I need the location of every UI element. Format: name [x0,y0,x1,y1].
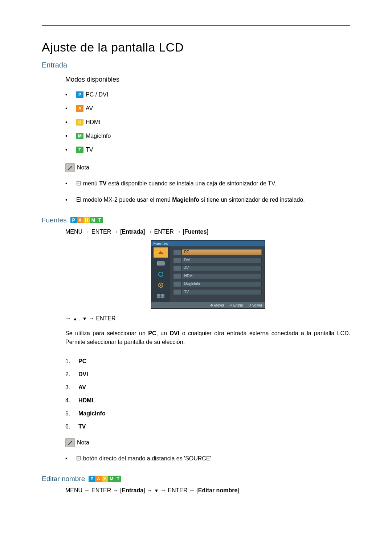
osd-stub [173,273,181,279]
nav-line: → ▲ , ▼ → ENTER [65,315,350,322]
badge-t-icon: T [97,217,103,223]
osd-row-av: AV [173,264,262,272]
nota-item: El botón directo del mando a distancia e… [65,451,350,467]
osd-row-tv: TV [173,288,262,296]
mode-label: AV [86,105,93,112]
mode-item-av: A AV [65,102,350,115]
fuentes-list-item: PC [65,355,350,368]
osd-footer-mover: ✥ Mover [210,303,224,307]
nota-label: Nota [77,164,89,171]
nota-item: El modelo MX-2 puede usar el menú MagicI… [65,192,350,208]
mode-label: MagicInfo [86,133,111,139]
fuentes-block: MENU → ENTER → [Entrada] → ENTER → [Fuen… [65,229,350,467]
nota-row: Nota [65,163,350,172]
svg-rect-6 [157,296,160,298]
osd-bar: PC [182,249,262,255]
badge-a-icon: A [77,217,83,223]
osd-side-input-icon [154,247,168,258]
top-divider [42,25,350,26]
osd-side-multi-icon [154,291,168,301]
editar-heading: Editar nombre [42,475,85,483]
page: Ajuste de la pantalla LCD Entrada Modos … [0,0,392,554]
osd-bar: TV [182,289,262,295]
editar-heading-row: Editar nombre P A H M T [42,475,350,483]
fuentes-list-item: TV [65,420,350,433]
fuentes-list: PC DVI AV HDMI MagicInfo TV [65,355,350,433]
mode-label: PC / DVI [86,91,108,98]
svg-point-3 [160,284,162,286]
modos-heading: Modos disponibles [65,76,350,83]
badge-h-icon: H [102,476,108,482]
fuentes-heading: Fuentes [42,216,67,224]
fuentes-heading-row: Fuentes P A H M T [42,216,350,224]
osd-bar: MagicInfo [182,281,262,287]
nota-list: El menú TV está disponible cuando se ins… [65,176,350,208]
mode-item-tv: T TV [65,143,350,157]
badge-t-icon: T [76,147,83,153]
osd-stub [173,289,181,295]
osd-footer-entrar: ↵ Entrar [229,303,243,307]
badge-p-icon: P [76,91,83,98]
osd-screenshot: Fuentes [65,240,350,309]
fuentes-description: Se utiliza para seleccionar un PC, un DV… [65,329,350,347]
osd-stub [173,257,181,263]
osd-row-dvi: DVI [173,257,262,264]
osd-bar: HDMI [182,273,262,279]
fuentes-menu-path: MENU → ENTER → [Entrada] → ENTER → [Fuen… [65,229,350,235]
osd-stub [173,265,181,271]
modes-list: P PC / DVI A AV H HDMI M MagicInfo T TV [65,88,350,157]
osd-row-magicinfo: MagicInfo [173,280,262,288]
osd-stub [173,249,181,255]
badge-h-icon: H [83,217,90,223]
entrada-block: Modos disponibles P PC / DVI A AV H HDMI… [65,76,350,208]
editar-block: MENU → ENTER → [Entrada] → ▼ → ENTER → [… [65,487,350,494]
fuentes-list-item: MagicInfo [65,407,350,420]
nota-item: El menú TV está disponible cuando se ins… [65,176,350,192]
osd-side-picture-icon [154,258,168,268]
page-title: Ajuste de la pantalla LCD [42,40,350,54]
osd-footer: ✥ Mover ↵ Entrar ↺ Volver [151,302,265,308]
entrada-heading: Entrada [42,61,350,69]
badge-m-icon: M [90,217,97,223]
mode-item-pc-dvi: P PC / DVI [65,88,350,102]
svg-rect-4 [157,294,160,296]
osd-bar: AV [182,265,262,271]
badge-h-icon: H [76,119,83,126]
mode-item-hdmi: H HDMI [65,115,350,129]
nota-text: El modelo MX-2 puede usar el menú MagicI… [76,196,305,205]
osd-panel: Fuentes [151,240,265,309]
badge-a-icon: A [95,476,102,482]
badge-a-icon: A [76,105,83,112]
fuentes-badges: P A H M T [70,217,103,223]
badge-t-icon: T [115,476,121,482]
note-icon [65,438,75,447]
osd-side-sound-icon [154,269,168,279]
osd-title: Fuentes [151,241,265,246]
editar-menu-path: MENU → ENTER → [Entrada] → ▼ → ENTER → [… [65,487,350,494]
badge-p-icon: P [89,476,95,482]
osd-row-hdmi: HDMI [173,272,262,280]
nota-text: El botón directo del mando a distancia e… [76,454,213,463]
nota-text: El menú TV está disponible cuando se ins… [76,179,276,188]
svg-rect-0 [157,262,164,265]
nota-row-2: Nota [65,438,350,447]
mode-item-magicinfo: M MagicInfo [65,129,350,143]
editar-badges: P A H M T [89,476,121,482]
fuentes-list-item: DVI [65,368,350,381]
svg-rect-5 [161,294,164,296]
osd-bar: DVI [182,257,262,263]
osd-stub [173,281,181,287]
note-icon [65,163,75,172]
fuentes-list-item: HDMI [65,394,350,407]
mode-label: HDMI [86,119,101,126]
osd-footer-volver: ↺ Volver [248,303,262,307]
osd-row-pc: PC [173,249,262,256]
osd-sidebar [151,246,170,302]
svg-point-1 [159,272,163,276]
osd-main: PC DVI AV HDMI MagicInfo TV [170,246,265,302]
nota-label: Nota [77,439,89,446]
bottom-divider [42,512,350,512]
badge-m-icon: M [76,133,83,139]
badge-m-icon: M [108,476,115,482]
nota-list-2: El botón directo del mando a distancia e… [65,451,350,467]
